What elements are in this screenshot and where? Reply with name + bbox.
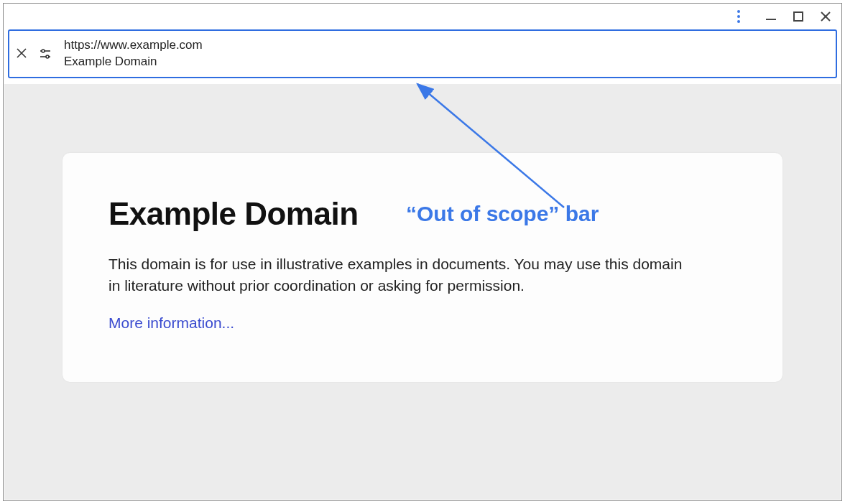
svg-point-9 bbox=[46, 55, 49, 58]
window-titlebar bbox=[4, 4, 841, 29]
close-window-icon[interactable] bbox=[818, 9, 833, 24]
maximize-icon[interactable] bbox=[791, 9, 805, 24]
svg-point-7 bbox=[42, 50, 45, 52]
address-title[interactable]: Example Domain bbox=[64, 54, 203, 70]
browser-window: https://www.example.com Example Domain E… bbox=[3, 3, 842, 501]
tune-icon[interactable] bbox=[38, 47, 52, 61]
page-body: This domain is for use in illustrative e… bbox=[108, 253, 683, 297]
address-bar[interactable]: https://www.example.com Example Domain bbox=[8, 29, 837, 78]
address-url[interactable]: https://www.example.com bbox=[64, 37, 203, 54]
content-card: Example Domain This domain is for use in… bbox=[63, 153, 782, 382]
page-content-area: Example Domain This domain is for use in… bbox=[4, 84, 841, 500]
more-vertical-icon[interactable] bbox=[734, 10, 744, 23]
more-info-link[interactable]: More information... bbox=[108, 314, 234, 331]
close-tab-icon[interactable] bbox=[17, 47, 27, 62]
minimize-icon[interactable] bbox=[764, 9, 778, 24]
address-text[interactable]: https://www.example.com Example Domain bbox=[64, 37, 203, 70]
svg-rect-1 bbox=[794, 12, 803, 21]
annotation-label: “Out of scope” bar bbox=[406, 202, 599, 226]
